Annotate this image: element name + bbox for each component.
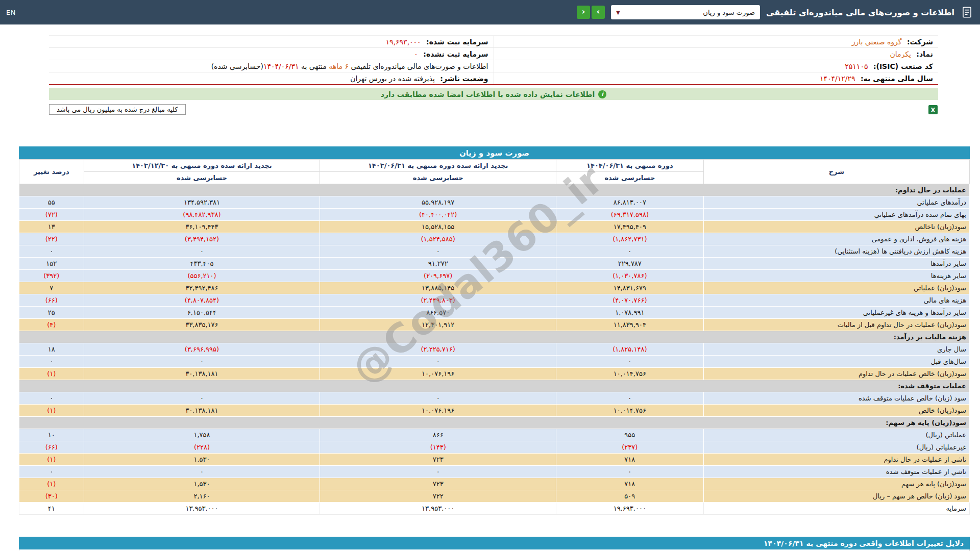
- change-cell: ۰: [19, 392, 84, 405]
- change-cell: ۰: [19, 466, 84, 478]
- excel-export-button[interactable]: X: [928, 105, 938, 115]
- value-cell: ۸۶۶,۵۷۰: [320, 307, 556, 319]
- row-label: ناشي از عملیات متوقف شده: [703, 466, 969, 478]
- value-cell: ۰: [320, 392, 556, 405]
- value-cell: ۰: [556, 392, 704, 405]
- column-header-restated-year-end: تجدید ارائه شده دوره منتهی به ۱۴۰۳/۱۲/۳۰: [84, 160, 320, 172]
- value-cell: ۳۰,۱۳۸,۱۸۱: [84, 368, 320, 380]
- subheader-audited: حسابرسی شده: [320, 172, 556, 184]
- value-cell: (۱,۸۶۲,۷۳۱): [556, 233, 704, 245]
- change-cell: (۶۶): [19, 441, 84, 454]
- chevron-down-icon: ▼: [616, 10, 620, 15]
- value-cell: (۲۲۸): [84, 441, 320, 454]
- value-cell: ۰: [320, 356, 556, 368]
- row-label: عملیاتي (ریال): [703, 429, 969, 441]
- statement-table-body: عملیات در حال تداوم:درآمدهای عملیاتي۸۶,۸…: [19, 184, 970, 515]
- value-cell: ۹۱,۲۷۲: [320, 258, 556, 270]
- change-cell: (۱): [19, 454, 84, 466]
- section-label: هزینه مالیات بر درآمد:: [19, 331, 970, 343]
- value-cell: ۹۵۵: [556, 429, 704, 441]
- tools-row: X کلیه مبالغ درج شده به میلیون ریال می ب…: [49, 104, 938, 115]
- row-label: بهای تمام شده درآمدهای عملیاتي: [703, 209, 969, 221]
- change-cell: (۱): [19, 478, 84, 490]
- unregistered-capital-value: ۰: [414, 50, 418, 58]
- change-cell: (۱): [19, 368, 84, 380]
- change-cell: ۱۸: [19, 343, 84, 356]
- value-cell: (۲,۲۲۵,۷۱۶): [320, 343, 556, 356]
- row-label: درآمدهای عملیاتي: [703, 196, 969, 209]
- language-switch-en[interactable]: EN: [6, 9, 16, 16]
- isic-label: کد صنعت (ISIC):: [873, 62, 933, 70]
- value-cell: ۴۳۳,۴۰۵: [84, 258, 320, 270]
- period-date: ۱۴۰۴/۰۶/۳۱: [263, 62, 299, 70]
- value-cell: (۱,۸۲۵,۱۴۸): [556, 343, 704, 356]
- value-cell: ۱۱,۸۳۹,۹۰۴: [556, 319, 704, 331]
- change-cell: ۰: [19, 245, 84, 258]
- value-cell: ۰: [320, 466, 556, 478]
- statement-row: بهای تمام شده درآمدهای عملیاتي(۶۹,۳۱۷,۵۹…: [19, 209, 970, 221]
- value-cell: (۵۵۶,۲۱۰): [84, 270, 320, 282]
- statement-type-dropdown[interactable]: صورت سود و زیان ▼: [611, 5, 760, 19]
- value-cell: (۲۰۹,۶۹۷): [320, 270, 556, 282]
- company-info-table: شرکت: گروه صنعتي بارز سرمایه ثبت شده: ۱۹…: [49, 35, 938, 85]
- svg-text:X: X: [930, 106, 936, 113]
- fiscal-year-value: ۱۴۰۴/۱۲/۲۹: [820, 74, 855, 83]
- column-header-description: شرح: [703, 160, 969, 184]
- info-row: سال مالی منتهی به: ۱۴۰۴/۱۲/۲۹ وضعیت ناشر…: [49, 72, 938, 85]
- change-cell: ۵۵: [19, 196, 84, 209]
- value-cell: ۱۳,۸۸۵,۱۴۵: [320, 282, 556, 294]
- value-cell: ۱۴,۸۳۱,۶۷۹: [556, 282, 704, 294]
- statement-row: سود(زیان) ناخالص۱۷,۴۹۵,۴۰۹۱۵,۵۲۸,۱۵۵۳۶,۱…: [19, 221, 970, 233]
- row-label: سود (زیان) خالص هر سهم – ریال: [703, 490, 969, 503]
- row-label: سرمایه: [703, 503, 969, 515]
- signed-info-text: اطلاعات نمایش داده شده با اطلاعات امضا ش…: [381, 90, 595, 98]
- period-suffix: (حسابرسی شده): [211, 62, 263, 70]
- column-header-restated-prior-period: تجدید ارائه شده دوره منتهی به ۱۴۰۳/۰۶/۳۱: [320, 160, 556, 172]
- info-row: شرکت: گروه صنعتي بارز سرمایه ثبت شده: ۱۹…: [49, 36, 938, 48]
- statement-row: سود (زیان) خالص عملیات متوقف شده۰۰۰۰: [19, 392, 970, 405]
- isic-cell: کد صنعت (ISIC): ۲۵۱۱۰۵: [494, 60, 938, 72]
- statement-row: درآمدهای عملیاتي۸۶,۸۱۳,۰۰۷۵۵,۹۲۸,۱۹۷۱۳۴,…: [19, 196, 970, 209]
- row-label: سایر هزینه‌ها: [703, 270, 969, 282]
- fiscal-year-cell: سال مالی منتهی به: ۱۴۰۴/۱۲/۲۹: [494, 72, 938, 85]
- value-cell: ۱۷,۴۹۵,۴۰۹: [556, 221, 704, 233]
- change-cell: ۱۳: [19, 221, 84, 233]
- statement-row: ناشي از عملیات متوقف شده۰۰۰۰: [19, 466, 970, 478]
- statement-row: ناشي از عملیات در حال تداوم۷۱۸۷۲۳۱,۵۳۰(۱…: [19, 454, 970, 466]
- value-cell: (۴,۰۷۰,۷۶۶): [556, 294, 704, 307]
- change-cell: (۳۹۲): [19, 270, 84, 282]
- statement-row: سایر هزینه‌ها(۱,۰۳۰,۷۸۶)(۲۰۹,۶۹۷)(۵۵۶,۲۱…: [19, 270, 970, 282]
- value-cell: ۱,۷۵۸: [84, 429, 320, 441]
- section-row: سود(زیان) پایه هر سهم:: [19, 417, 970, 429]
- prev-statement-button[interactable]: ‹: [577, 6, 590, 19]
- statement-row: سود(زیان) خالص عملیات در حال تداوم۱۰,۰۱۴…: [19, 368, 970, 380]
- change-cell: (۲۲): [19, 233, 84, 245]
- value-cell: ۰: [84, 356, 320, 368]
- top-bar: اطلاعات و صورت‌های مالی میاندوره‌ای تلفی…: [0, 0, 980, 24]
- next-statement-button[interactable]: ›: [592, 6, 605, 19]
- period-prefix: اطلاعات و صورت‌های مالی میاندوره‌ای تلفی…: [351, 62, 488, 70]
- section-label: سود(زیان) پایه هر سهم:: [19, 417, 970, 429]
- symbol-label: نماد:: [916, 50, 933, 58]
- value-cell: ۳۳,۸۳۵,۱۷۶: [84, 319, 320, 331]
- value-cell: ۸۶,۸۱۳,۰۰۷: [556, 196, 704, 209]
- row-label: سایر درآمدها و هزینه های غیرعملیاتی: [703, 307, 969, 319]
- value-cell: (۲,۴۴۹,۸۰۳): [320, 294, 556, 307]
- value-cell: ۲,۱۶۰: [84, 490, 320, 503]
- value-cell: ۱,۵۳۰: [84, 454, 320, 466]
- publisher-status-cell: وضعیت ناشر: پذیرفته شده در بورس تهران: [49, 72, 494, 85]
- row-label: سود(زیان) عملیات در حال تداوم قبل از مال…: [703, 319, 969, 331]
- value-cell: ۰: [556, 466, 704, 478]
- info-icon: i: [598, 90, 606, 98]
- row-label: سایر درآمدها: [703, 258, 969, 270]
- value-cell: (۴,۸۰۷,۸۵۴): [84, 294, 320, 307]
- row-label: سود(زیان) ناخالص: [703, 221, 969, 233]
- statement-row: سود (زیان) خالص هر سهم – ریال۵۰۹۷۲۲۲,۱۶۰…: [19, 490, 970, 503]
- page: { "colors": { "topbar-bg": "#34495e", "t…: [0, 0, 980, 551]
- value-cell: (۱۴۳): [320, 441, 556, 454]
- value-cell: ۰: [84, 245, 320, 258]
- statement-row: هزینه های فروش، اداری و عمومی(۱,۸۶۲,۷۳۱)…: [19, 233, 970, 245]
- change-cell: (۴): [19, 319, 84, 331]
- row-label: سال جاری: [703, 343, 969, 356]
- row-label: سود (زیان) خالص عملیات متوقف شده: [703, 392, 969, 405]
